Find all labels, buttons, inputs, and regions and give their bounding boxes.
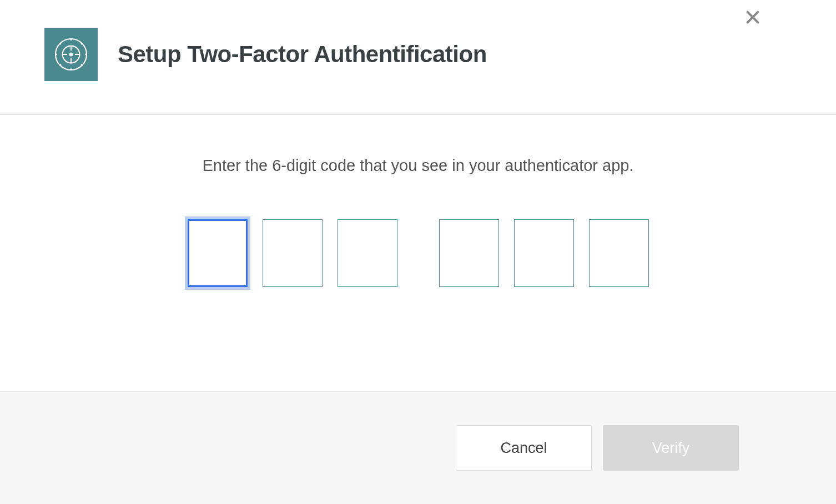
two-factor-setup-modal: Setup Two-Factor Authentification Enter … xyxy=(0,0,836,504)
code-digit-5[interactable] xyxy=(514,219,574,287)
code-digit-6[interactable] xyxy=(589,219,649,287)
svg-point-10 xyxy=(85,54,87,56)
code-digit-2[interactable] xyxy=(263,219,323,287)
modal-footer: Cancel Verify xyxy=(0,391,836,504)
vault-icon xyxy=(44,28,98,81)
modal-title: Setup Two-Factor Authentification xyxy=(118,41,487,68)
svg-point-12 xyxy=(81,43,83,45)
instruction-text: Enter the 6-digit code that you see in y… xyxy=(44,157,792,175)
svg-point-14 xyxy=(81,64,83,66)
code-digit-1[interactable] xyxy=(188,219,248,287)
svg-point-9 xyxy=(56,54,57,56)
svg-point-8 xyxy=(70,68,72,70)
svg-point-2 xyxy=(69,53,73,57)
code-input-group xyxy=(44,219,792,287)
svg-point-11 xyxy=(60,43,62,45)
modal-body: Enter the 6-digit code that you see in y… xyxy=(0,115,836,391)
svg-point-7 xyxy=(70,39,72,41)
close-button[interactable] xyxy=(742,7,764,29)
code-digit-4[interactable] xyxy=(439,219,499,287)
close-icon xyxy=(745,7,761,28)
modal-header: Setup Two-Factor Authentification xyxy=(0,0,836,115)
code-digit-3[interactable] xyxy=(338,219,397,287)
code-group-1 xyxy=(188,219,397,287)
cancel-button[interactable]: Cancel xyxy=(456,425,592,471)
verify-button[interactable]: Verify xyxy=(603,425,739,471)
code-group-2 xyxy=(439,219,649,287)
svg-point-13 xyxy=(60,64,62,66)
